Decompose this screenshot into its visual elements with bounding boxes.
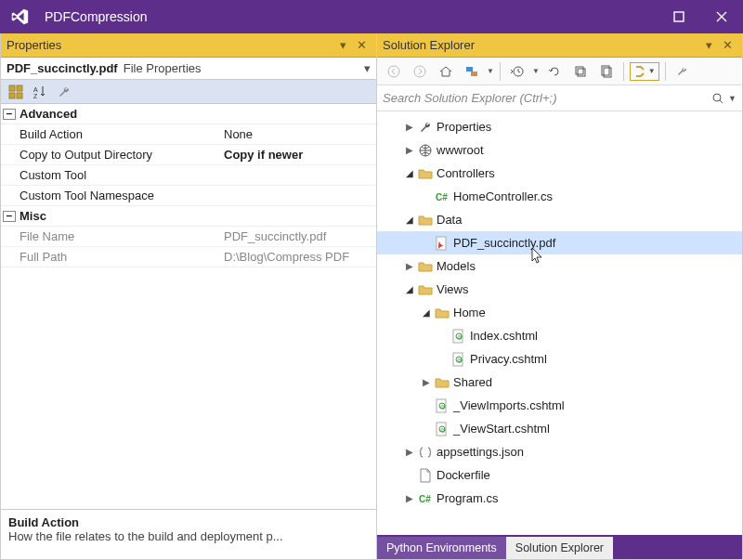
property-row[interactable]: Custom Tool Namespace [1,186,376,206]
folder-icon [416,166,435,181]
chevron-right-icon[interactable]: ▶ [403,145,416,155]
svg-rect-13 [578,69,585,76]
folder-icon [416,259,435,274]
close-button[interactable] [700,0,743,33]
tree-item[interactable]: ▶Properties [377,115,742,138]
pdf-icon [433,236,451,251]
tree-item[interactable]: @_ViewImports.cshtml [377,394,742,417]
solution-explorer-search[interactable]: Search Solution Explorer (Ctrl+;) ▼ [377,85,742,111]
tree-item[interactable]: Dockerfile [377,463,742,487]
history-icon[interactable] [506,60,528,83]
tree-label: _ViewImports.cshtml [451,398,565,412]
property-row[interactable]: Custom Tool [1,165,376,186]
properties-grid: −AdvancedBuild ActionNoneCopy to Output … [1,104,376,509]
properties-close-icon[interactable]: ✕ [352,38,371,52]
chevron-right-icon[interactable]: ▶ [403,122,416,132]
tree-item[interactable]: ◢Views [377,278,742,301]
property-category[interactable]: −Advanced [1,104,376,124]
csharp-icon: C# [416,491,435,506]
chevron-right-icon[interactable]: ▶ [420,377,433,387]
description-text: How the file relates to the build and de… [8,529,369,543]
tree-item[interactable]: @Privacy.cshtml [377,347,742,371]
tree-label: Models [435,259,476,273]
property-value: PDF_succinctly.pdf [224,229,376,243]
search-placeholder: Search Solution Explorer (Ctrl+;) [383,91,711,105]
search-dropdown-icon[interactable]: ▼ [728,94,736,103]
tree-item[interactable]: PDF_succinctly.pdf [377,231,742,254]
property-row[interactable]: Build ActionNone [1,124,376,145]
property-name: Copy to Output Directory [1,148,224,162]
tree-item[interactable]: ◢Data [377,208,742,231]
tree-item[interactable]: ◢Controllers [377,162,742,185]
categorized-icon[interactable] [5,82,27,102]
collapse-all-icon[interactable] [569,60,592,83]
svg-text:@: @ [440,427,446,433]
chevron-down-icon[interactable]: ◢ [403,168,416,178]
category-label: Misc [20,209,46,223]
vs-logo-icon [9,7,30,27]
show-all-files-icon[interactable] [595,60,618,83]
property-category[interactable]: −Misc [1,206,376,227]
back-icon[interactable] [383,60,405,83]
tree-item[interactable]: ▶Shared [377,371,742,394]
folder-icon [416,282,435,297]
tree-item[interactable]: ▶appsettings.json [377,440,742,463]
svg-text:@: @ [440,404,446,410]
wrench-icon[interactable] [53,82,75,102]
svg-rect-10 [471,72,477,76]
solution-tree: ▶Properties▶wwwroot◢ControllersC#HomeCon… [377,111,742,559]
property-row[interactable]: Copy to Output DirectoryCopy if newer [1,145,376,165]
forward-icon[interactable] [409,60,431,83]
solution-explorer-dropdown-icon[interactable]: ▾ [699,38,718,52]
chevron-down-icon[interactable]: ◢ [403,284,416,294]
selected-object-name: PDF_succinctly.pdf [7,61,118,75]
tree-item[interactable]: ◢Home [377,301,742,324]
tab-python-environments[interactable]: Python Environments [377,537,506,559]
svg-rect-2 [17,85,22,91]
chevron-right-icon[interactable]: ▶ [403,447,416,457]
svg-text:C#: C# [436,192,448,202]
tree-item[interactable]: @Index.cshtml [377,324,742,347]
solution-explorer-title: Solution Explorer [383,38,699,52]
sync-active-doc-icon[interactable]: ▼ [630,62,659,81]
chevron-down-icon[interactable]: ◢ [420,307,433,318]
tree-item[interactable]: ▶wwwroot [377,138,742,162]
cshtml-icon: @ [450,329,468,344]
globe-icon [416,143,435,158]
svg-text:A: A [33,86,38,93]
properties-pane: Properties ▾ ✕ PDF_succinctly.pdf File P… [0,33,377,560]
svg-point-16 [713,94,721,101]
chevron-right-icon[interactable]: ▶ [403,261,416,271]
svg-text:@: @ [457,358,463,363]
refresh-icon[interactable] [543,60,566,83]
tree-item[interactable]: @_ViewStart.cshtml [377,417,742,440]
properties-button-icon[interactable] [671,60,694,83]
tree-item[interactable]: C#HomeController.cs [377,185,742,208]
properties-header: Properties ▾ ✕ [1,33,376,58]
property-name: Build Action [1,127,224,141]
tree-item[interactable]: ▶Models [377,254,742,278]
solution-explorer-close-icon[interactable]: ✕ [718,38,736,52]
alphabetical-icon[interactable]: AZ [29,82,51,102]
svg-point-7 [388,66,399,77]
object-dropdown-icon: ▾ [364,61,371,75]
home-icon[interactable] [435,60,457,83]
properties-dropdown-icon[interactable]: ▾ [333,38,352,52]
chevron-right-icon[interactable]: ▶ [403,493,416,503]
folder-icon [416,213,435,228]
svg-point-8 [414,66,425,77]
svg-rect-0 [674,12,684,21]
tree-item[interactable]: ▶C#Program.cs [377,487,742,510]
tree-label: Views [435,282,468,296]
switch-views-icon[interactable] [461,60,483,83]
svg-rect-19 [437,237,446,250]
tree-label: Program.cs [435,491,498,505]
svg-rect-12 [576,67,583,74]
description-title: Build Action [8,515,369,529]
chevron-down-icon[interactable]: ◢ [403,215,416,225]
property-value: None [224,127,376,141]
tree-label: Controllers [435,166,495,180]
restore-button[interactable] [658,0,700,33]
tab-solution-explorer[interactable]: Solution Explorer [506,537,613,559]
properties-object-selector[interactable]: PDF_succinctly.pdf File Properties ▾ [1,58,376,80]
